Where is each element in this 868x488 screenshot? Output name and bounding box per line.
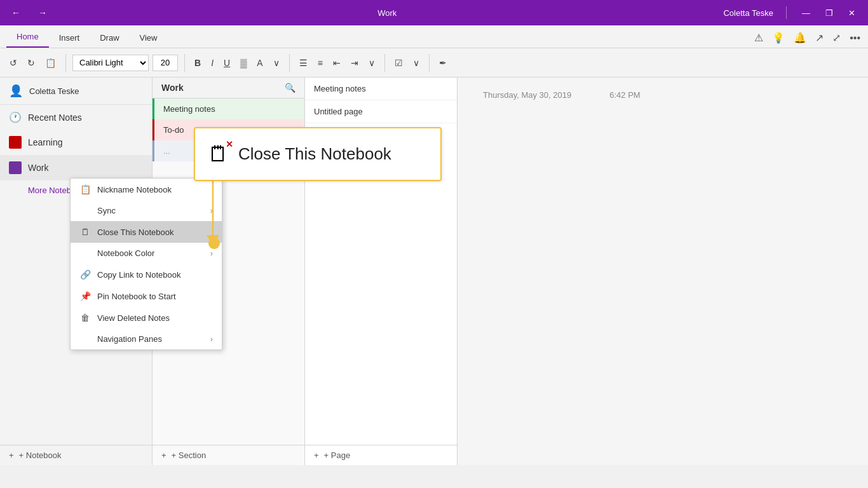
user-icon: 👤 <box>9 84 23 98</box>
lightbulb-icon[interactable]: 💡 <box>772 32 785 44</box>
close-button[interactable]: ✕ <box>843 6 860 20</box>
numbered-list-button[interactable]: ≡ <box>315 56 326 70</box>
content-date: Thursday, May 30, 2019 <box>483 90 571 100</box>
menu-copy-link[interactable]: 🔗 Copy Link to Notebook <box>71 264 222 285</box>
add-section-button[interactable]: + + Section <box>153 445 304 465</box>
back-button[interactable]: ← <box>8 5 24 20</box>
decrease-indent-button[interactable]: ⇤ <box>330 56 344 70</box>
minimize-button[interactable]: — <box>797 6 815 20</box>
sections-header: Work 🔍 <box>153 78 304 98</box>
sidebar-item-learning[interactable]: Learning <box>0 130 152 155</box>
menu-deleted-label: View Deleted Notes <box>97 313 170 323</box>
menu-sync-label: Sync <box>97 206 116 215</box>
add-notebook-label: + Notebook <box>19 451 62 460</box>
expand-icon[interactable]: ⤢ <box>832 32 841 44</box>
notebook-learning-icon <box>9 136 22 149</box>
sidebar-item-work[interactable]: Work <box>0 155 152 180</box>
menu-nickname-notebook[interactable]: 📋 Nickname Notebook <box>71 179 222 200</box>
tab-draw[interactable]: Draw <box>90 28 129 48</box>
toolbar-separator-3 <box>289 54 290 72</box>
toolbar-separator-2 <box>184 54 185 72</box>
share-icon[interactable]: ↗ <box>815 32 824 44</box>
notebook-work-icon <box>9 161 22 174</box>
content-time: 6:42 PM <box>609 90 640 102</box>
add-page-button[interactable]: + + Page <box>305 445 457 465</box>
checkbox-button[interactable]: ☑ <box>391 56 406 70</box>
bell-icon[interactable]: 🔔 <box>794 32 806 44</box>
menu-nav-label: Navigation Panes <box>97 334 162 344</box>
menu-notebook-color[interactable]: Notebook Color › <box>71 243 222 264</box>
section-meeting-notes[interactable]: Meeting notes <box>153 98 304 119</box>
forward-button[interactable]: → <box>34 5 51 20</box>
tab-home[interactable]: Home <box>6 27 49 48</box>
more-icon[interactable]: ••• <box>850 32 860 44</box>
toolbar-separator-4 <box>384 54 385 72</box>
nickname-icon: 📋 <box>79 184 91 194</box>
ribbon-tabs: Home Insert Draw View ⚠ 💡 🔔 ↗ ⤢ ••• <box>0 25 868 48</box>
pin-icon: 📌 <box>79 291 91 301</box>
yellow-dot-indicator <box>208 238 220 249</box>
add-section-label: + Section <box>172 451 207 460</box>
clipboard-button[interactable]: 📋 <box>42 56 59 70</box>
sidebar-user[interactable]: 👤 Coletta Teske <box>0 78 152 105</box>
content-header: Thursday, May 30, 2019 6:42 PM <box>483 90 843 102</box>
italic-button[interactable]: I <box>208 56 217 70</box>
context-menu: 📋 Nickname Notebook Sync › 🗒 Close This … <box>70 178 222 350</box>
sidebar-learning-label: Learning <box>28 137 63 147</box>
menu-close-label: Close This Notebook <box>97 227 173 237</box>
menu-color-label: Notebook Color <box>97 248 154 258</box>
clock-icon: 🕐 <box>9 111 22 123</box>
menu-close-notebook[interactable]: 🗒 Close This Notebook <box>71 221 222 243</box>
close-notebook-icon: 🗒 <box>79 227 91 237</box>
highlight-button[interactable]: ▓ <box>237 56 250 70</box>
more-tags-button[interactable]: ∨ <box>410 56 423 70</box>
underline-button[interactable]: U <box>220 56 233 70</box>
menu-nickname-label: Nickname Notebook <box>97 185 172 194</box>
page-item-untitled[interactable]: Untitled page <box>305 100 457 123</box>
more-para-button[interactable]: ∨ <box>365 56 378 70</box>
page-item-meeting[interactable]: Meeting notes <box>305 78 457 100</box>
bold-button[interactable]: B <box>191 56 204 70</box>
toolbar-separator-5 <box>429 54 430 72</box>
titlebar-controls: — ❐ ✕ <box>797 6 860 20</box>
color-submenu-arrow: › <box>210 248 213 258</box>
add-notebook-button[interactable]: + + Notebook <box>0 445 152 465</box>
tab-insert[interactable]: Insert <box>49 28 90 48</box>
sync-submenu-arrow: › <box>210 206 213 215</box>
warning-icon[interactable]: ⚠ <box>754 32 763 44</box>
nav-submenu-arrow: › <box>210 334 213 344</box>
increase-indent-button[interactable]: ⇥ <box>348 56 362 70</box>
font-size-input[interactable] <box>153 55 178 71</box>
tab-view[interactable]: View <box>130 28 168 48</box>
toolbar-separator-1 <box>65 54 66 72</box>
redo-button[interactable]: ↻ <box>24 56 38 70</box>
pen-button[interactable]: ✒ <box>436 56 450 70</box>
toolbar: ↺ ↻ 📋 Calibri Light B I U ▓ A ∨ ☰ ≡ ⇤ ⇥ … <box>0 48 868 78</box>
menu-nav-panes[interactable]: Navigation Panes › <box>71 329 222 349</box>
titlebar-title: Work <box>51 8 723 18</box>
more-formatting-button[interactable]: ∨ <box>270 56 283 70</box>
menu-pin-label: Pin Notebook to Start <box>97 292 176 301</box>
ribbon-right-icons: ⚠ 💡 🔔 ↗ ⤢ ••• <box>754 32 860 44</box>
font-name-select[interactable]: Calibri Light <box>72 55 149 71</box>
undo-button[interactable]: ↺ <box>6 56 20 70</box>
menu-pin-notebook[interactable]: 📌 Pin Notebook to Start <box>71 285 222 307</box>
bullet-list-button[interactable]: ☰ <box>296 56 311 70</box>
callout-text: Close This Notebook <box>238 144 391 164</box>
sidebar-item-recent-notes[interactable]: 🕐 Recent Notes <box>0 105 152 130</box>
titlebar-user: Coletta Teske <box>723 8 773 18</box>
callout-x-icon: ✕ <box>226 139 233 149</box>
font-color-button[interactable]: A <box>254 56 266 70</box>
restore-button[interactable]: ❐ <box>820 6 838 20</box>
menu-sync[interactable]: Sync › <box>71 200 222 221</box>
titlebar-nav: ← → <box>8 5 51 20</box>
search-icon[interactable]: 🔍 <box>285 83 295 93</box>
callout-box: 🗒 ✕ Close This Notebook <box>194 127 442 181</box>
callout-icon-container: 🗒 ✕ <box>208 142 229 166</box>
menu-view-deleted[interactable]: 🗑 View Deleted Notes <box>71 307 222 329</box>
sidebar-username: Coletta Teske <box>29 86 79 96</box>
content-area: Thursday, May 30, 2019 6:42 PM <box>458 78 868 465</box>
copy-link-icon: 🔗 <box>79 269 91 280</box>
titlebar-divider <box>786 6 787 19</box>
sidebar-work-label: Work <box>28 163 48 173</box>
